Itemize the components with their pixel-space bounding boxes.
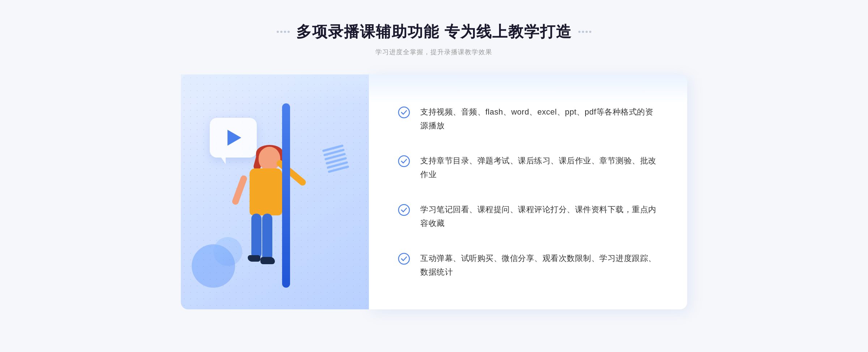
- content-section: »: [181, 74, 687, 309]
- check-icon-4: [398, 253, 410, 265]
- check-icon-1: [398, 106, 410, 119]
- feature-item-1: 支持视频、音频、flash、word、excel、ppt、pdf等各种格式的资源…: [398, 99, 658, 138]
- header-section: 多项录播课辅助功能 专为线上教学打造 学习进度全掌握，提升录播课教学效果: [277, 22, 591, 56]
- feature-item-4: 互动弹幕、试听购买、微信分享、观看次数限制、学习进度跟踪、数据统计: [398, 246, 658, 284]
- blue-accent-bar: [282, 103, 290, 288]
- person-torso: [250, 168, 282, 215]
- feature-item-2: 支持章节目录、弹题考试、课后练习、课后作业、章节测验、批改作业: [398, 148, 658, 187]
- svg-point-3: [399, 253, 409, 264]
- feature-text-3: 学习笔记回看、课程提问、课程评论打分、课件资料下载，重点内容收藏: [420, 203, 658, 230]
- main-title: 多项录播课辅助功能 专为线上教学打造: [296, 22, 572, 42]
- svg-point-1: [399, 156, 409, 167]
- check-icon-2: [398, 155, 410, 167]
- feature-text-4: 互动弹幕、试听购买、微信分享、观看次数限制、学习进度跟踪、数据统计: [420, 252, 658, 279]
- person-shoe-left: [248, 255, 260, 262]
- subtitle: 学习进度全掌握，提升录播课教学效果: [375, 48, 492, 56]
- svg-point-0: [399, 107, 409, 118]
- person-shoe-right: [260, 257, 275, 264]
- deco-circle-2: [213, 237, 242, 266]
- page-wrapper: 多项录播课辅助功能 专为线上教学打造 学习进度全掌握，提升录播课教学效果 »: [0, 0, 868, 352]
- title-row: 多项录播课辅助功能 专为线上教学打造: [277, 22, 591, 42]
- svg-point-2: [399, 205, 409, 215]
- features-panel: 支持视频、音频、flash、word、excel、ppt、pdf等各种格式的资源…: [369, 74, 687, 309]
- person-leg-left: [251, 214, 261, 259]
- person-head: [259, 147, 280, 170]
- title-dots-left: [277, 31, 290, 33]
- illustration-panel: [181, 74, 369, 309]
- play-icon: [227, 130, 241, 146]
- feature-item-3: 学习笔记回看、课程提问、课程评论打分、课件资料下载，重点内容收藏: [398, 197, 658, 236]
- title-dots-right: [578, 31, 591, 33]
- feature-text-2: 支持章节目录、弹题考试、课后练习、课后作业、章节测验、批改作业: [420, 154, 658, 181]
- feature-text-1: 支持视频、音频、flash、word、excel、ppt、pdf等各种格式的资源…: [420, 105, 658, 132]
- person-leg-right: [262, 214, 272, 261]
- person-arm-left: [231, 175, 248, 206]
- check-icon-3: [398, 204, 410, 216]
